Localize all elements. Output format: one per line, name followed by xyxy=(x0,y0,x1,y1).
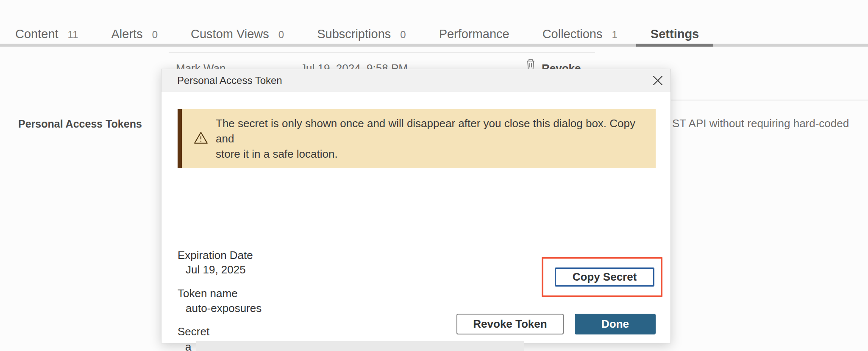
tab-label: Subscriptions xyxy=(317,27,391,41)
close-icon[interactable] xyxy=(652,75,664,86)
dialog-header: Personal Access Token xyxy=(161,69,670,92)
tab-settings[interactable]: Settings xyxy=(636,27,713,44)
tab-count: 0 xyxy=(278,29,284,41)
tab-label: Performance xyxy=(439,27,509,41)
dialog-title: Personal Access Token xyxy=(177,75,282,86)
secret-value: a xyxy=(185,340,191,351)
tab-label: Content xyxy=(15,27,58,41)
tab-performance[interactable]: Performance xyxy=(425,27,524,44)
warning-message: The secret is only shown once and will d… xyxy=(216,116,656,162)
tab-label: Custom Views xyxy=(191,27,269,41)
table-row-divider xyxy=(169,52,595,53)
done-button[interactable]: Done xyxy=(575,314,656,334)
tab-label: Collections xyxy=(542,27,603,41)
tab-count: 11 xyxy=(68,29,78,41)
secret-label: Secret xyxy=(178,325,209,338)
tab-subscriptions[interactable]: Subscriptions 0 xyxy=(303,27,420,44)
tab-count: 0 xyxy=(400,29,406,41)
expiration-date-value: Jul 19, 2025 xyxy=(186,263,246,276)
tabbar-baseline xyxy=(0,44,868,47)
tab-count: 1 xyxy=(612,29,617,41)
copy-secret-button[interactable]: Copy Secret xyxy=(555,267,654,287)
personal-access-token-dialog: Personal Access Token The secret is only… xyxy=(161,69,671,343)
token-name-label: Token name xyxy=(178,287,238,300)
tab-bar: Content 11 Alerts 0 Custom Views 0 Subsc… xyxy=(1,0,718,44)
secret-masked-bar xyxy=(196,341,524,351)
expiration-date-label: Expiration Date xyxy=(178,249,253,262)
revoke-token-button[interactable]: Revoke Token xyxy=(456,314,564,334)
secret-value-row: a xyxy=(185,340,524,351)
section-divider xyxy=(671,100,868,100)
tab-alerts[interactable]: Alerts 0 xyxy=(97,27,172,44)
secret-warning-banner: The secret is only shown once and will d… xyxy=(178,109,656,168)
tab-content[interactable]: Content 11 xyxy=(1,27,93,44)
tab-count: 0 xyxy=(152,29,158,41)
tab-label: Settings xyxy=(651,27,699,41)
section-label: Personal Access Tokens xyxy=(18,118,142,130)
tab-collections[interactable]: Collections 1 xyxy=(528,27,632,44)
tab-custom-views[interactable]: Custom Views 0 xyxy=(176,27,298,44)
section-description-fragment: ST API without requiring hard-coded xyxy=(672,117,849,130)
settings-page: Content 11 Alerts 0 Custom Views 0 Subsc… xyxy=(0,0,868,351)
tab-label: Alerts xyxy=(111,27,143,41)
token-name-value: auto-exposures xyxy=(186,302,262,315)
warning-triangle-icon xyxy=(194,131,208,146)
